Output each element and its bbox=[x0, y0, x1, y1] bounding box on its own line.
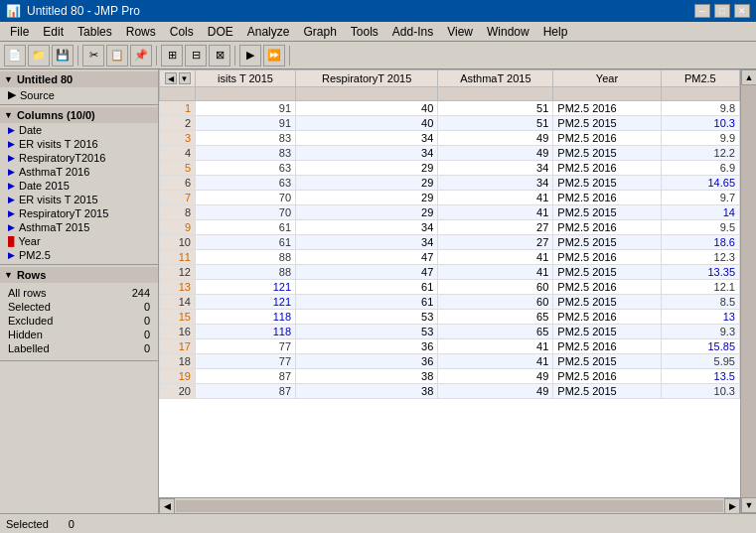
col-header-er2015[interactable]: isits T 2015 bbox=[196, 70, 296, 87]
cell-pm-19: 13.5 bbox=[661, 369, 739, 384]
scroll-left-btn[interactable]: ◀ bbox=[159, 498, 175, 514]
menu-addins[interactable]: Add-Ins bbox=[386, 24, 439, 40]
toolbar-open[interactable]: 📁 bbox=[28, 45, 50, 67]
filter-left-btn[interactable]: ◀ bbox=[165, 72, 177, 84]
col-asthma2016[interactable]: ▶ AsthmaT 2016 bbox=[0, 165, 158, 179]
toolbar-table3[interactable]: ⊠ bbox=[209, 45, 230, 67]
menu-file[interactable]: File bbox=[4, 24, 35, 40]
col-asthma2015-label: AsthmaT 2015 bbox=[19, 221, 89, 233]
col-header-year[interactable]: Year bbox=[553, 70, 661, 87]
scroll-track[interactable] bbox=[176, 500, 723, 512]
toolbar-run[interactable]: ⏩ bbox=[263, 45, 285, 67]
col-resp2016-label: RespiratoryT2016 bbox=[19, 152, 105, 164]
menu-edit[interactable]: Edit bbox=[37, 24, 70, 40]
maximize-button[interactable]: □ bbox=[714, 4, 730, 18]
menu-analyze[interactable]: Analyze bbox=[241, 24, 296, 40]
v-scroll-track[interactable] bbox=[741, 85, 756, 497]
cell-resp-4: 34 bbox=[296, 146, 438, 161]
cell-pm-3: 9.9 bbox=[661, 131, 739, 146]
excluded-label: Excluded bbox=[6, 315, 105, 327]
hidden-label: Hidden bbox=[6, 329, 105, 340]
scroll-up-btn[interactable]: ▲ bbox=[741, 69, 756, 85]
table-row: 17 77 36 41 PM2.5 2016 15.85 bbox=[160, 339, 740, 354]
h-scrollbar[interactable]: ◀ ▶ bbox=[159, 497, 740, 513]
row-num-11: 11 bbox=[160, 250, 196, 265]
menu-tables[interactable]: Tables bbox=[72, 24, 118, 40]
cell-pm-8: 14 bbox=[661, 205, 739, 220]
toolbar-table1[interactable]: ⊞ bbox=[161, 45, 183, 67]
panel-rows-section: ▼ Rows All rows 244 Selected 0 Excluded … bbox=[0, 265, 158, 361]
col-resp2015[interactable]: ▶ RespiratoryT 2015 bbox=[0, 206, 158, 220]
col-date2015[interactable]: ▶ Date 2015 bbox=[0, 179, 158, 193]
close-button[interactable]: ✕ bbox=[734, 4, 750, 18]
panel-untitled-header[interactable]: ▼ Untitled 80 bbox=[0, 71, 158, 87]
toolbar-copy[interactable]: 📋 bbox=[106, 45, 128, 67]
menu-view[interactable]: View bbox=[441, 24, 479, 40]
menu-rows[interactable]: Rows bbox=[120, 24, 162, 40]
menu-doe[interactable]: DOE bbox=[202, 24, 239, 40]
cell-er-16: 118 bbox=[196, 325, 296, 339]
row-num-14: 14 bbox=[160, 295, 196, 310]
col-header-asthma2015[interactable]: AsthmaT 2015 bbox=[438, 70, 553, 87]
col-er2015[interactable]: ▶ ER visits T 2015 bbox=[0, 193, 158, 206]
col-pm25[interactable]: ▶ PM2.5 bbox=[0, 248, 158, 262]
cell-er-9: 61 bbox=[196, 220, 296, 235]
col-resp2016[interactable]: ▶ RespiratoryT2016 bbox=[0, 151, 158, 165]
toolbar-save[interactable]: 💾 bbox=[52, 45, 74, 67]
panel-source-item[interactable]: ▶ Source bbox=[0, 87, 158, 102]
row-num-15: 15 bbox=[160, 310, 196, 325]
menu-help[interactable]: Help bbox=[537, 24, 574, 40]
row-num-5: 5 bbox=[160, 161, 196, 176]
filter-cell-4 bbox=[553, 87, 661, 101]
cell-er-3: 83 bbox=[196, 131, 296, 146]
cell-asthma-3: 49 bbox=[438, 131, 553, 146]
cell-pm-2: 10.3 bbox=[661, 116, 739, 131]
panel-rows-header[interactable]: ▼ Rows bbox=[0, 267, 158, 283]
col-asthma2016-label: AsthmaT 2016 bbox=[19, 166, 89, 178]
allrows-label: All rows bbox=[6, 287, 105, 299]
column-header-row: ◀ ▼ isits T 2015 RespiratoryT 2015 Asthm… bbox=[160, 70, 740, 87]
col-year[interactable]: █ Year bbox=[0, 234, 158, 248]
col-date[interactable]: ▶ Date bbox=[0, 123, 158, 137]
col-asthma2015[interactable]: ▶ AsthmaT 2015 bbox=[0, 220, 158, 234]
table-row: 20 87 38 49 PM2.5 2015 10.3 bbox=[160, 384, 740, 399]
cell-resp-20: 38 bbox=[296, 384, 438, 399]
cell-year-4: PM2.5 2015 bbox=[553, 146, 661, 161]
toolbar-sep1 bbox=[77, 46, 78, 66]
cell-year-1: PM2.5 2016 bbox=[553, 101, 661, 116]
cell-asthma-8: 41 bbox=[438, 205, 553, 220]
row-num-20: 20 bbox=[160, 384, 196, 399]
col-date2015-icon: ▶ bbox=[8, 181, 15, 191]
table-row: 15 118 53 65 PM2.5 2016 13 bbox=[160, 310, 740, 325]
toolbar-new[interactable]: 📄 bbox=[4, 45, 26, 67]
cell-asthma-5: 34 bbox=[438, 161, 553, 176]
menu-cols[interactable]: Cols bbox=[164, 24, 200, 40]
scroll-right-btn[interactable]: ▶ bbox=[724, 498, 740, 514]
menu-window[interactable]: Window bbox=[481, 24, 535, 40]
cell-resp-12: 47 bbox=[296, 265, 438, 280]
status-bar: Selected 0 bbox=[0, 513, 756, 533]
cell-er-5: 63 bbox=[196, 161, 296, 176]
col-header-pm25[interactable]: PM2.5 bbox=[661, 70, 739, 87]
filter-down-btn[interactable]: ▼ bbox=[179, 72, 191, 84]
toolbar-paste[interactable]: 📌 bbox=[130, 45, 152, 67]
toolbar-cut[interactable]: ✂ bbox=[82, 45, 104, 67]
menu-tools[interactable]: Tools bbox=[345, 24, 384, 40]
toolbar-script[interactable]: ▶ bbox=[239, 45, 261, 67]
cell-year-11: PM2.5 2016 bbox=[553, 250, 661, 265]
cell-year-9: PM2.5 2016 bbox=[553, 220, 661, 235]
minimize-button[interactable]: ─ bbox=[694, 4, 710, 18]
col-er2016-label: ER visits T 2016 bbox=[19, 138, 98, 150]
panel-columns-header[interactable]: ▼ Columns (10/0) bbox=[0, 107, 158, 123]
toolbar-table2[interactable]: ⊟ bbox=[185, 45, 207, 67]
col-er2016[interactable]: ▶ ER visits T 2016 bbox=[0, 137, 158, 151]
col-header-resp2015[interactable]: RespiratoryT 2015 bbox=[296, 70, 438, 87]
scroll-down-btn[interactable]: ▼ bbox=[741, 497, 756, 513]
v-scrollbar[interactable]: ▲ ▼ bbox=[740, 69, 756, 513]
table-body: 1 91 40 51 PM2.5 2016 9.8 2 91 40 51 PM2… bbox=[160, 101, 740, 399]
cell-pm-18: 5.95 bbox=[661, 354, 739, 369]
data-scroll-area[interactable]: ◀ ▼ isits T 2015 RespiratoryT 2015 Asthm… bbox=[159, 69, 740, 497]
cell-year-16: PM2.5 2015 bbox=[553, 325, 661, 339]
cell-resp-19: 38 bbox=[296, 369, 438, 384]
menu-graph[interactable]: Graph bbox=[297, 24, 342, 40]
